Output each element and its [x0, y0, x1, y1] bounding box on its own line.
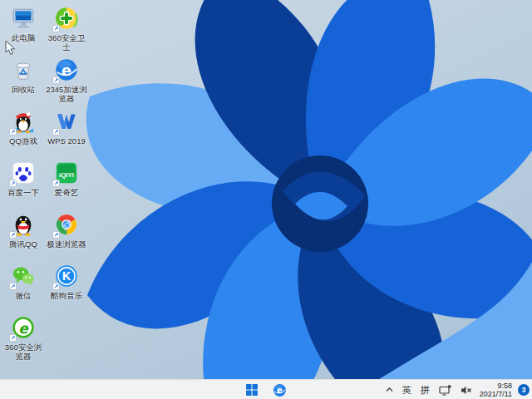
- desktop-icon-label: 360安全卫士: [45, 33, 88, 52]
- desktop-icon-label: WPS 2019: [47, 136, 85, 145]
- shortcut-arrow-icon: ↗: [52, 25, 60, 32]
- svg-text:e: e: [18, 320, 29, 337]
- desktop-icon-tencent-qq[interactable]: ↗ 腾讯QQ: [2, 211, 45, 263]
- tray-chevron-button[interactable]: [384, 385, 395, 395]
- penguin-pirate-icon: ↗: [10, 108, 37, 135]
- desktop-icon-label: QQ游戏: [9, 136, 37, 145]
- clock-time: 9:58: [480, 382, 512, 390]
- desktop-icon-label: 酷狗音乐: [51, 291, 82, 300]
- taskbar-center: e: [244, 380, 288, 399]
- system-tray: 英 拼 9:58 2021/7/11 3: [384, 380, 530, 399]
- desktop-icon-grid: 此电脑 回收站 ↗ QQ游戏 ↗ 百度一下 ↗ 腾讯QQ ↗ 微信 e↗ 360…: [2, 5, 88, 366]
- volume-muted-button[interactable]: [459, 384, 474, 397]
- clock-date: 2021/7/11: [480, 390, 512, 398]
- blue-e-browser-icon: e↗: [53, 57, 80, 83]
- wps-w-icon: ↗: [53, 108, 80, 135]
- qq-penguin-icon: ↗: [10, 211, 37, 238]
- taskbar-clock[interactable]: 9:58 2021/7/11: [480, 382, 512, 398]
- ime-mode-indicator[interactable]: 英: [401, 384, 413, 397]
- svg-text:iQIYI: iQIYI: [59, 171, 74, 179]
- baidu-paw-icon: ↗: [10, 160, 37, 186]
- notification-count-badge[interactable]: 3: [518, 384, 530, 396]
- wechat-bubbles-icon: ↗: [10, 263, 37, 289]
- monitor-icon: [10, 5, 37, 32]
- desktop-icon-label: 2345加速浏览器: [45, 85, 88, 103]
- desktop-icon-360-safety-guard[interactable]: ↗ 360安全卫士: [45, 5, 88, 57]
- desktop-icon-label: 极速浏览器: [47, 239, 86, 249]
- svg-text:e: e: [277, 386, 283, 395]
- shortcut-arrow-icon: ↗: [9, 283, 17, 290]
- desktop-icon-speed-browser[interactable]: ↗ 极速浏览器: [45, 211, 88, 263]
- edge-browser-button[interactable]: e: [271, 382, 288, 399]
- shortcut-arrow-icon: ↗: [9, 334, 17, 342]
- shortcut-arrow-icon: ↗: [9, 231, 17, 239]
- desktop-icon-wechat[interactable]: ↗ 微信: [2, 263, 45, 314]
- shortcut-arrow-icon: ↗: [52, 180, 60, 187]
- volume-muted-icon: [461, 386, 472, 395]
- desktop-icon-360-safe-browser[interactable]: e↗ 360安全浏览器: [2, 314, 45, 366]
- shortcut-arrow-icon: ↗: [52, 76, 60, 84]
- svg-text:e: e: [62, 62, 71, 79]
- desktop-icon-baidu[interactable]: ↗ 百度一下: [2, 160, 45, 211]
- desktop: 此电脑 回收站 ↗ QQ游戏 ↗ 百度一下 ↗ 腾讯QQ ↗ 微信 e↗ 360…: [0, 0, 532, 399]
- iqiyi-icon: iQIYI↗: [53, 160, 80, 186]
- shortcut-arrow-icon: ↗: [52, 128, 60, 135]
- ime-layout-indicator[interactable]: 拼: [419, 384, 431, 397]
- start-button[interactable]: [244, 382, 260, 398]
- display-network-button[interactable]: [437, 383, 453, 397]
- desktop-icon-qq-games[interactable]: ↗ QQ游戏: [2, 108, 45, 160]
- desktop-icon-label: 360安全浏览器: [2, 342, 45, 361]
- bloom-petals: [62, 0, 532, 399]
- desktop-icon-2345-browser[interactable]: e↗ 2345加速浏览器: [45, 57, 88, 108]
- green-plus-shield-icon: ↗: [53, 5, 80, 32]
- desktop-icon-label: 回收站: [12, 85, 36, 94]
- shortcut-arrow-icon: ↗: [9, 180, 17, 187]
- desktop-icon-label: 微信: [16, 291, 32, 300]
- shortcut-arrow-icon: ↗: [9, 128, 17, 135]
- mouse-cursor-icon: [5, 40, 16, 56]
- blue-k-circle-icon: K↗: [53, 263, 80, 289]
- windows-start-icon: [245, 383, 259, 397]
- desktop-icon-wps-2019[interactable]: ↗ WPS 2019: [45, 108, 88, 160]
- desktop-icon-label: 百度一下: [7, 188, 39, 197]
- green-e-browser-icon: e↗: [10, 314, 37, 341]
- desktop-icon-kugou-music[interactable]: K↗ 酷狗音乐: [45, 263, 88, 314]
- chevron-up-icon: [386, 387, 393, 393]
- taskbar: e 英 拼: [0, 379, 532, 399]
- shortcut-arrow-icon: ↗: [52, 283, 60, 290]
- desktop-icon-label: 爱奇艺: [55, 188, 79, 197]
- desktop-icon-iqiyi[interactable]: iQIYI↗ 爱奇艺: [45, 160, 88, 211]
- blue-e-browser-icon: e: [273, 383, 287, 397]
- shortcut-arrow-icon: ↗: [52, 231, 60, 239]
- chrome-lightning-icon: ↗: [53, 211, 80, 238]
- recycle-bin-icon: [10, 57, 37, 83]
- desktop-icon-recycle-bin[interactable]: 回收站: [2, 57, 45, 108]
- svg-text:K: K: [62, 269, 71, 283]
- display-network-icon: [439, 385, 451, 396]
- desktop-icon-label: 腾讯QQ: [9, 239, 37, 249]
